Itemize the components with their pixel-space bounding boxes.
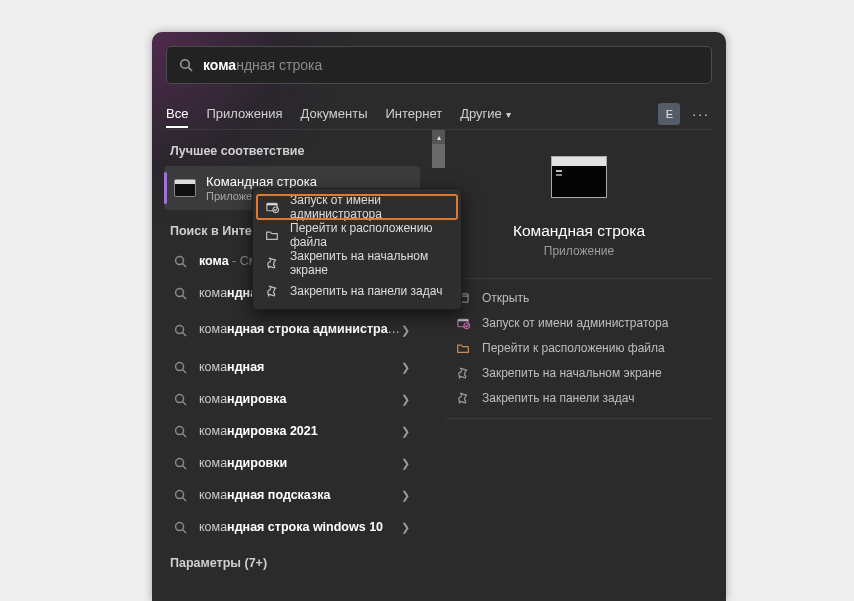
search-icon [174,457,187,470]
tab-more[interactable]: Другие▾ [460,101,511,126]
ctx-label: Закрепить на панели задач [290,284,442,298]
admin-icon [265,200,279,214]
detail-action-pin[interactable]: Закрепить на начальном экране [456,366,662,380]
search-suggestion[interactable]: командировка❯ [164,384,420,414]
search-suggestion[interactable]: командная подсказка❯ [164,480,420,510]
search-suggestion[interactable]: командная❯ [164,352,420,382]
detail-pane: ▴ Командная строка Приложение ОткрытьЗап… [432,130,726,601]
divider [446,278,712,279]
search-tabs: Все Приложения Документы Интернет Другие… [166,98,712,130]
best-match-header: Лучшее соответствие [170,144,432,158]
pin-icon [456,391,470,405]
detail-app-icon [551,156,607,198]
chevron-down-icon: ▾ [506,109,511,120]
tab-all[interactable]: Все [166,101,188,128]
search-icon [174,521,187,534]
scroll-up-button[interactable]: ▴ [432,130,445,144]
divider [446,418,712,419]
ctx-label: Перейти к расположению файла [290,221,449,249]
search-suggestion[interactable]: командная строка администратор❯ [164,310,420,350]
search-icon [174,393,187,406]
search-suggestion[interactable]: командировки❯ [164,448,420,478]
search-text: командная строка [203,57,322,73]
tab-apps[interactable]: Приложения [206,101,282,126]
cmd-icon [174,179,196,197]
pin-icon [456,366,470,380]
tab-documents[interactable]: Документы [300,101,367,126]
tab-internet[interactable]: Интернет [385,101,442,126]
chevron-right-icon: ❯ [401,324,410,337]
start-search-panel: командная строка Все Приложения Документ… [152,32,726,601]
search-icon [174,287,187,300]
detail-action-folder[interactable]: Перейти к расположению файла [456,341,665,355]
search-icon [179,58,193,72]
action-label: Перейти к расположению файла [482,341,665,355]
pin-icon [265,284,279,298]
chevron-right-icon: ❯ [401,393,410,406]
ctx-folder[interactable]: Перейти к расположению файла [253,221,461,249]
context-menu: Запуск от имени администратораПерейти к … [252,188,462,310]
ctx-admin[interactable]: Запуск от имени администратора [253,193,461,221]
chevron-right-icon: ❯ [401,489,410,502]
detail-subtitle: Приложение [438,244,720,258]
action-label: Запуск от имени администратора [482,316,668,330]
ctx-pin[interactable]: Закрепить на панели задач [253,277,461,305]
search-input[interactable]: командная строка [166,46,712,84]
search-icon [174,361,187,374]
scrollbar-thumb[interactable] [432,144,445,168]
settings-header: Параметры (7+) [170,556,432,570]
detail-action-pin[interactable]: Закрепить на панели задач [456,391,634,405]
ctx-label: Закрепить на начальном экране [290,249,449,277]
detail-action-admin[interactable]: Запуск от имени администратора [456,316,668,330]
best-match-title: Командная строка [206,174,317,189]
more-button[interactable]: ··· [690,106,712,122]
detail-action-open[interactable]: Открыть [456,291,529,305]
ctx-pin[interactable]: Закрепить на начальном экране [253,249,461,277]
search-suggestion[interactable]: командировка 2021❯ [164,416,420,446]
search-icon [174,324,187,337]
action-label: Закрепить на начальном экране [482,366,662,380]
chevron-right-icon: ❯ [401,521,410,534]
folder-icon [456,341,470,355]
search-icon [174,489,187,502]
search-icon [174,255,187,268]
search-icon [174,425,187,438]
action-label: Закрепить на панели задач [482,391,634,405]
ctx-label: Запуск от имени администратора [290,193,449,221]
user-avatar[interactable]: E [658,103,680,125]
action-label: Открыть [482,291,529,305]
admin-icon [456,316,470,330]
chevron-right-icon: ❯ [401,361,410,374]
chevron-right-icon: ❯ [401,457,410,470]
pin-icon [265,256,279,270]
chevron-right-icon: ❯ [401,425,410,438]
search-suggestion[interactable]: командная строка windows 10❯ [164,512,420,542]
folder-icon [265,228,279,242]
detail-title: Командная строка [438,222,720,240]
